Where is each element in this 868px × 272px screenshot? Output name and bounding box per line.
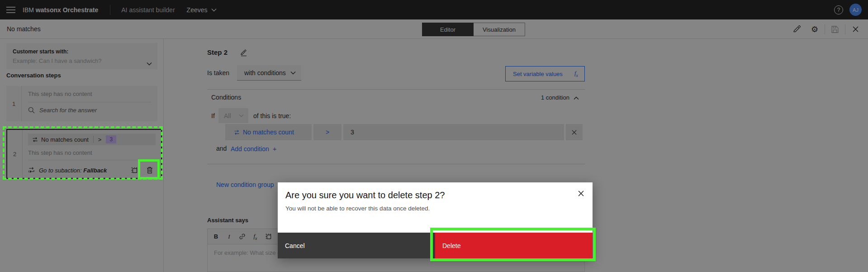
- app-window: IBM watsonx Orchestrate AI assistant bui…: [0, 0, 868, 272]
- dialog-close-button[interactable]: [574, 186, 588, 200]
- delete-button[interactable]: Delete: [435, 233, 593, 258]
- delete-confirmation-dialog: Are you sure you want to delete step 2? …: [278, 182, 593, 258]
- cancel-button[interactable]: Cancel: [278, 233, 435, 258]
- dialog-title: Are you sure you want to delete step 2?: [285, 190, 445, 200]
- close-icon: [578, 191, 584, 196]
- dialog-footer: Cancel Delete: [278, 233, 593, 258]
- dialog-body-text: You will not be able to recover this dat…: [285, 205, 430, 212]
